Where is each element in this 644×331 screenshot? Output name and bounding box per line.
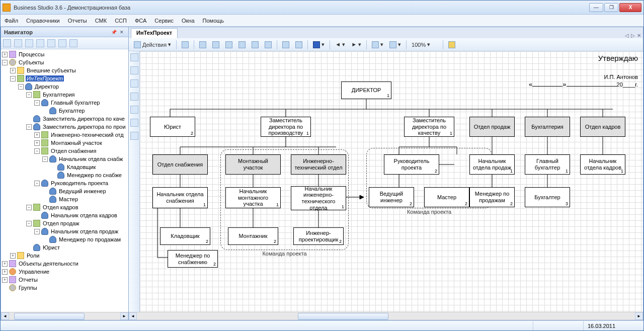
tool-person-button[interactable] [197,40,208,50]
tool-link-button[interactable] [250,40,261,50]
palette-person[interactable] [130,93,138,101]
box-lawyer[interactable]: Юрист2 [150,117,195,137]
menu-file[interactable]: Файл [5,18,18,24]
box-chief-acc[interactable]: Главный бухгалтер1 [525,154,570,175]
zoom-combo[interactable]: 100% ▾ [410,40,440,50]
box-supply-head[interactable]: Начальник отдела снабжения1 [152,187,208,208]
nav-refresh-button[interactable] [36,39,44,47]
tree-selected[interactable]: ИнТехПроект [26,75,64,81]
box-proj-head[interactable]: Руководитель проекта2 [384,154,439,175]
main-scroll-thumb[interactable] [298,313,388,320]
pencil-icon [182,41,189,48]
palette-connector-2[interactable] [130,66,138,74]
menu-ssp[interactable]: ССП [115,18,127,24]
scroll-thumb[interactable] [14,313,85,320]
tool-export-button[interactable] [263,40,274,50]
tree-processes[interactable]: Процессы [18,51,45,57]
nav-copy-button[interactable] [47,39,55,47]
nav-hscrollbar[interactable]: ◄ ► [1,312,128,320]
menu-reports[interactable]: Отчеты [68,18,87,24]
menu-service[interactable]: Сервис [154,18,174,24]
palette-connector-1[interactable] [130,53,138,61]
palette-group[interactable] [130,119,138,127]
box-eng-proj[interactable]: Инженер-проектировщик2 [293,227,344,245]
actions-button[interactable]: Действия ▾ [132,40,173,50]
maximize-button[interactable]: ❐ [604,3,618,12]
tab-close-icon[interactable]: ✕ [637,33,641,38]
close-button[interactable]: X [619,3,641,12]
nav-button-2[interactable]: ▾ [387,40,403,50]
box-director[interactable]: ДИРЕКТОР1 [341,81,391,99]
nav-delete-button[interactable] [58,39,66,47]
status-cell-1 [533,321,583,330]
box-assembly[interactable]: Монтажный участок [225,154,281,175]
nav-filter-button[interactable] [25,39,33,47]
box-supply[interactable]: Отдел снабжения [152,154,208,175]
box-master[interactable]: Мастер2 [424,187,469,207]
scroll-right-icon[interactable]: ► [120,312,128,320]
box-accountant[interactable]: Бухгалтер3 [525,187,570,207]
tool-image-button[interactable] [280,40,291,50]
tabbar: ИнТехПроект ◁ ▷ ✕ [129,27,643,38]
save-button[interactable]: ▾ [311,40,327,50]
approval-block: Утверждаю И.П. Антонов «»20____г. [529,54,638,88]
panel-close-icon[interactable]: ✕ [118,29,125,36]
box-hr-head[interactable]: Начальник отдела кадров1 [580,154,625,175]
main-scroll-right-icon[interactable]: ► [635,312,643,320]
tool-auto-button[interactable] [210,40,221,50]
save-icon [313,41,320,48]
expand-icon[interactable]: + [2,52,8,57]
minimize-button[interactable]: — [589,3,603,12]
tool-settings-button[interactable] [223,40,234,50]
collapse-icon[interactable]: − [2,60,8,65]
menu-refs[interactable]: Справочники [26,18,60,24]
tab-prev-icon[interactable]: ◁ [625,33,629,38]
nav-back-button[interactable] [3,39,11,47]
box-acct[interactable]: Бухгалтерия [525,117,570,137]
box-sales[interactable]: Отдел продаж [469,117,515,137]
navigator-tree[interactable]: +Процессы −Субъекты +Внешние субъекты −И… [1,49,128,312]
subjects-icon [9,59,16,66]
pin-icon[interactable]: 📌 [110,29,117,36]
box-dep-qual[interactable]: Заместитель директора по качеству1 [404,117,454,137]
palette-connector-3[interactable] [130,79,138,88]
menu-windows[interactable]: Окна [182,18,195,24]
navigator-panel: Навигатор 📌 ✕ +Процессы −Субъекты +Внешн… [1,27,129,320]
box-eng[interactable]: Инженерно-технический отдел [291,154,346,175]
auto-icon [212,41,219,48]
box-sales-mgr[interactable]: Менеджер по продажам2 [469,187,515,207]
diagram-canvas[interactable]: Утверждаю И.П. Антонов «»20____г. [140,51,643,312]
menubar: Файл Справочники Отчеты СМК ССП ФСА Серв… [1,15,643,27]
menu-smk[interactable]: СМК [95,18,107,24]
tab-project[interactable]: ИнТехПроект [131,28,178,38]
box-eng-head[interactable]: Начальник инженерно-технического отдела1 [291,186,346,210]
nav-more-button[interactable] [69,39,77,47]
tool-layout-button[interactable] [236,40,248,50]
box-dep-prod[interactable]: Заместитель директора по производству1 [261,117,311,137]
box-storekeeper[interactable]: Кладовщик2 [160,227,210,245]
tab-next-icon[interactable]: ▷ [631,33,635,38]
refresh-button[interactable] [446,40,457,50]
main-scroll-left-icon[interactable]: ◄ [129,312,137,320]
tool-copy-button[interactable] [293,40,304,50]
diagram-canvas-scroll[interactable]: Утверждаю И.П. Антонов «»20____г. [140,51,643,312]
nav-button-1[interactable]: ▾ [370,40,385,50]
menu-fsa[interactable]: ФСА [135,18,146,24]
menu-help[interactable]: Помощь [203,18,224,24]
box-supply-mgr[interactable]: Менеджер по снабжению2 [168,250,218,268]
next-button[interactable]: ► ▾ [349,40,363,50]
prev-button[interactable]: ◄ ▾ [333,40,347,50]
scroll-left-icon[interactable]: ◄ [1,312,9,320]
process-icon [9,51,16,58]
box-assembler[interactable]: Монтажник2 [228,227,278,245]
box-asm-head[interactable]: Начальник монтажного участка1 [225,187,281,208]
palette-org[interactable] [130,106,138,114]
nav-fwd-button[interactable] [14,39,22,47]
edit-button[interactable] [180,40,191,50]
tree-subjects[interactable]: Субъекты [18,59,45,65]
box-sales-head[interactable]: Начальник отдела продаж1 [469,154,515,175]
box-lead-eng[interactable]: Ведущий инженер2 [369,187,414,207]
box-hr[interactable]: Отдел кадров [580,117,625,137]
main-hscrollbar[interactable]: ◄ ► [129,312,643,320]
palette-text[interactable] [130,132,138,140]
